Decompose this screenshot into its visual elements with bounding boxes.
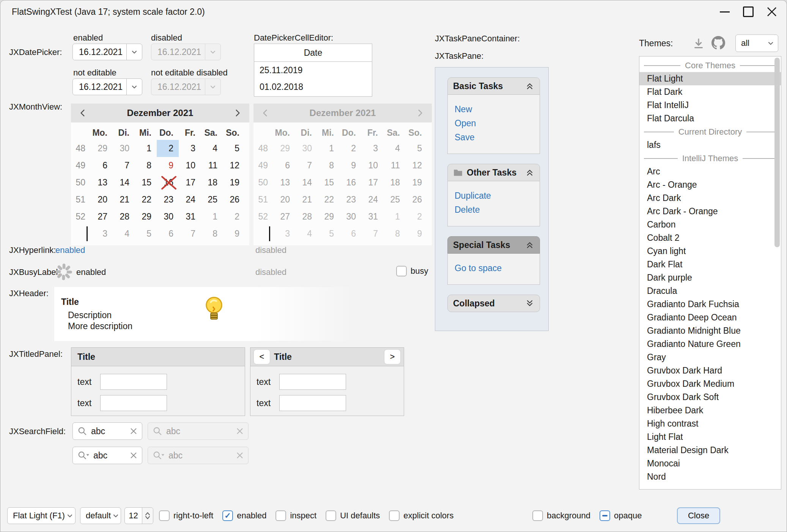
theme-item[interactable]: Arc - Orange [639, 178, 781, 191]
day-cell[interactable]: 1 [201, 208, 223, 225]
day-cell[interactable]: 16 [157, 174, 179, 191]
checkbox-inspect[interactable]: inspect [275, 510, 316, 521]
theme-item[interactable]: Dracula [639, 284, 781, 298]
close-button[interactable]: Close [677, 507, 720, 524]
theme-item[interactable]: Arc Dark [639, 191, 781, 205]
table-row[interactable]: 25.11.2019 [254, 62, 372, 78]
day-cell[interactable]: 10 [179, 157, 201, 174]
search-input[interactable] [90, 426, 127, 437]
task-link-new[interactable]: New [448, 102, 540, 116]
checkbox-opaque[interactable]: opaque [600, 510, 642, 521]
theme-item[interactable]: Gradianto Nature Green [639, 337, 781, 351]
day-cell[interactable]: 5 [223, 140, 245, 157]
day-cell[interactable]: 25 [201, 191, 223, 208]
theme-item[interactable]: Nord [639, 470, 781, 483]
theme-item[interactable]: Flat IntelliJ [639, 99, 781, 112]
chevron-down-icon[interactable] [126, 44, 142, 60]
theme-item[interactable]: Flat Dark [639, 85, 781, 99]
day-cell[interactable]: 31 [179, 208, 201, 225]
day-cell[interactable]: 2 [223, 208, 245, 225]
taskpane-header-special-tasks[interactable]: Special Tasks [447, 236, 540, 254]
day-cell[interactable]: 30 [157, 208, 179, 225]
day-cell[interactable]: 29 [135, 208, 157, 225]
day-cell[interactable]: 3 [179, 140, 201, 157]
day-cell[interactable]: 12 [223, 157, 245, 174]
scrollbar-thumb[interactable] [774, 58, 780, 247]
download-icon[interactable] [693, 38, 705, 50]
day-cell[interactable]: 4 [201, 140, 223, 157]
day-cell[interactable]: 30 [113, 140, 135, 157]
theme-item[interactable]: Hiberbee Dark [639, 404, 781, 417]
day-cell[interactable]: 14 [113, 174, 135, 191]
text-field[interactable] [279, 395, 346, 411]
datepicker-enabled[interactable]: 16.12.2021 [72, 44, 142, 60]
next-month-button[interactable] [232, 109, 243, 117]
theme-item[interactable]: Monocai [639, 457, 781, 470]
titledpanel-next-button[interactable]: > [384, 349, 401, 364]
day-cell[interactable]: 6 [91, 157, 113, 174]
text-field[interactable] [100, 395, 167, 411]
day-cell[interactable]: 8 [135, 157, 157, 174]
task-link-save[interactable]: Save [448, 130, 540, 144]
options-combo[interactable]: default [80, 507, 121, 524]
taskpane-header-basic-tasks[interactable]: Basic Tasks [447, 77, 540, 95]
chevron-double-up-icon[interactable] [525, 82, 534, 91]
chevron-double-down-icon[interactable] [525, 299, 534, 308]
prev-month-button[interactable] [77, 109, 88, 117]
day-cell[interactable]: 13 [91, 174, 113, 191]
day-cell[interactable]: 1 [135, 140, 157, 157]
theme-item[interactable]: Gradianto Dark Fuchsia [639, 298, 781, 311]
day-cell[interactable]: 15 [135, 174, 157, 191]
theme-item[interactable]: Cobalt 2 [639, 231, 781, 245]
day-cell[interactable]: 7 [179, 225, 201, 242]
maximize-button[interactable] [737, 0, 760, 23]
hyperlink-enabled[interactable]: enabled [55, 245, 85, 255]
themes-filter-combo[interactable]: all [735, 35, 778, 52]
theme-item[interactable]: Light Flat [639, 430, 781, 444]
theme-item[interactable]: Gruvbox Dark Soft [639, 391, 781, 404]
checkbox-enabled[interactable]: enabled [222, 510, 266, 521]
theme-item[interactable]: Arc Dark - Orange [639, 205, 781, 218]
titledpanel-prev-button[interactable]: < [253, 349, 270, 364]
day-cell[interactable]: 8 [201, 225, 223, 242]
day-cell[interactable]: 19 [223, 174, 245, 191]
text-field[interactable] [100, 374, 167, 390]
clear-icon[interactable] [130, 452, 137, 459]
busy-checkbox[interactable]: busy [396, 266, 428, 276]
theme-item[interactable]: Gradianto Deep Ocean [639, 311, 781, 324]
theme-item[interactable]: Gruvbox Dark Medium [639, 377, 781, 391]
theme-item[interactable]: Flat Light [639, 72, 781, 85]
themes-list[interactable]: Core ThemesFlat LightFlat DarkFlat Intel… [639, 56, 781, 490]
day-cell[interactable]: 27 [91, 208, 113, 225]
table-row[interactable]: 01.02.2018 [254, 78, 372, 95]
chevron-double-up-icon[interactable] [525, 168, 534, 177]
day-cell[interactable]: 3 [91, 225, 113, 242]
search-input[interactable] [93, 450, 127, 461]
task-link-go-to-space[interactable]: Go to space [448, 261, 540, 275]
theme-item[interactable]: Dark Flat [639, 258, 781, 271]
day-cell[interactable]: 22 [135, 191, 157, 208]
chevron-double-up-icon[interactable] [525, 240, 534, 250]
theme-item[interactable]: Material Design Dark [639, 444, 781, 457]
day-cell[interactable]: 6 [157, 225, 179, 242]
searchfield-dropdown-enabled[interactable] [72, 447, 142, 464]
laf-combo[interactable]: Flat Light (F1) [7, 507, 76, 524]
searchfield-enabled[interactable] [72, 422, 142, 440]
day-cell[interactable]: 4 [113, 225, 135, 242]
day-cell[interactable]: 28 [113, 208, 135, 225]
checkbox-explicit-colors[interactable]: explicit colors [389, 510, 453, 521]
theme-item[interactable]: Gruvbox Dark Hard [639, 364, 781, 377]
github-icon[interactable] [711, 36, 725, 50]
clear-icon[interactable] [130, 427, 137, 435]
chevron-down-icon[interactable] [126, 79, 142, 95]
theme-item[interactable]: Dark purple [639, 271, 781, 284]
theme-item[interactable]: High contrast [639, 417, 781, 430]
day-cell[interactable]: 17 [179, 174, 201, 191]
day-cell[interactable]: 5 [135, 225, 157, 242]
search-dropdown-icon[interactable] [77, 450, 90, 460]
day-cell[interactable]: 21 [113, 191, 135, 208]
theme-item[interactable]: Gradianto Midnight Blue [639, 324, 781, 337]
datepicker-not-editable[interactable]: 16.12.2021 [72, 78, 142, 95]
monthview-enabled[interactable]: Dezember 2021 Mo.Di.Mi.Do.Fr.Sa.So.48293… [71, 104, 249, 245]
text-field[interactable] [279, 374, 346, 390]
